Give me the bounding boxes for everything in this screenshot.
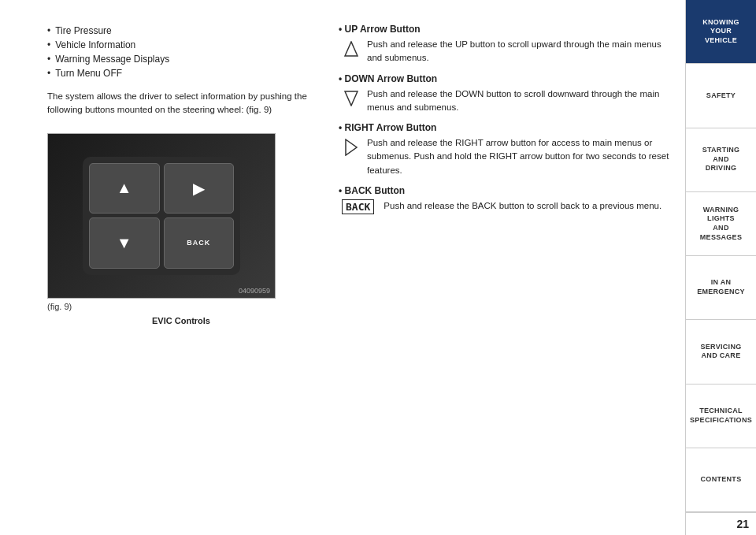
up-section-body: Push and release the UP button to scroll… [342,38,669,65]
right-arrow-section: • RIGHT Arrow Button Push and release th… [339,122,669,177]
down-keyword: DOWN [345,73,375,84]
back-button-heading: • BACK Button [339,185,669,196]
down-arrow-section: • DOWN Arrow Button Push and release the… [339,73,669,115]
right-section-text: Push and release the RIGHT arrow button … [367,136,669,177]
intro-paragraph: The system allows the driver to select i… [47,90,315,117]
up-arrow-heading: • UP Arrow Button [339,24,669,35]
two-column-layout: Tire Pressure Vehicle Information Warnin… [47,24,669,519]
right-section-body: Push and release the RIGHT arrow button … [342,136,669,177]
sidebar-item-starting[interactable]: STARTING AND DRIVING [686,128,756,192]
back-section-text: Push and release the BACK button to scro… [384,199,669,213]
list-item: Turn Menu OFF [47,66,315,80]
back-button-section: • BACK Button BACK Push and release the … [339,185,669,214]
sidebar: KNOWING YOUR VEHICLE SAFETY STARTING AND… [685,0,756,535]
figure-number-overlay: 04090959 [239,287,270,295]
down-section-text: Push and release the DOWN button to scro… [367,87,669,115]
down-arrow-heading: • DOWN Arrow Button [339,73,669,84]
up-section-text: Push and release the UP button to scroll… [367,38,669,65]
list-item: Warning Message Displays [47,52,315,66]
up-keyword: UP [345,24,358,35]
svg-marker-2 [346,139,357,155]
up-heading-rest: Arrow Button [358,24,421,35]
sidebar-item-technical[interactable]: TECHNICAL SPECIFICATIONS [686,385,756,448]
list-item: Vehicle Information [47,38,315,52]
figure-image: ▲ ▶ ▼ BACK 04090959 [47,133,276,299]
back-word-label: BACK [342,199,374,214]
svg-marker-0 [345,42,358,56]
down-heading-rest: Arrow Button [375,73,438,84]
sidebar-item-emergency[interactable]: IN AN EMERGENCY [686,256,756,320]
svg-marker-1 [345,91,358,106]
back-keyword: BACK [345,185,372,196]
up-arrow-icon [342,39,361,58]
right-keyword: RIGHT [345,122,374,133]
sidebar-item-knowing[interactable]: KNOWING YOUR VEHICLE [686,0,756,64]
back-heading-rest: Button [372,185,405,196]
right-column: • UP Arrow Button Push and release the U… [339,24,669,519]
right-heading-rest: Arrow Button [374,122,437,133]
sidebar-item-contents[interactable]: CONTENTS [686,448,756,512]
list-item: Tire Pressure [47,24,315,38]
left-column: Tire Pressure Vehicle Information Warnin… [47,24,315,519]
fig-caption: (fig. 9) [47,302,315,311]
page-number: 21 [686,512,756,535]
sidebar-item-servicing[interactable]: SERVICING AND CARE [686,320,756,384]
back-section-body: BACK Push and release the BACK button to… [342,199,669,214]
right-arrow-icon [342,138,361,157]
up-arrow-section: • UP Arrow Button Push and release the U… [339,24,669,65]
sidebar-item-warning[interactable]: WARNING LIGHTS AND MESSAGES [686,192,756,256]
right-arrow-heading: • RIGHT Arrow Button [339,122,669,133]
down-section-body: Push and release the DOWN button to scro… [342,87,669,115]
down-arrow-icon [342,89,361,108]
bullet-list: Tire Pressure Vehicle Information Warnin… [47,24,315,80]
fig-label: EVIC Controls [47,316,315,325]
sidebar-item-safety[interactable]: SAFETY [686,64,756,128]
main-content: Tire Pressure Vehicle Information Warnin… [0,0,685,535]
